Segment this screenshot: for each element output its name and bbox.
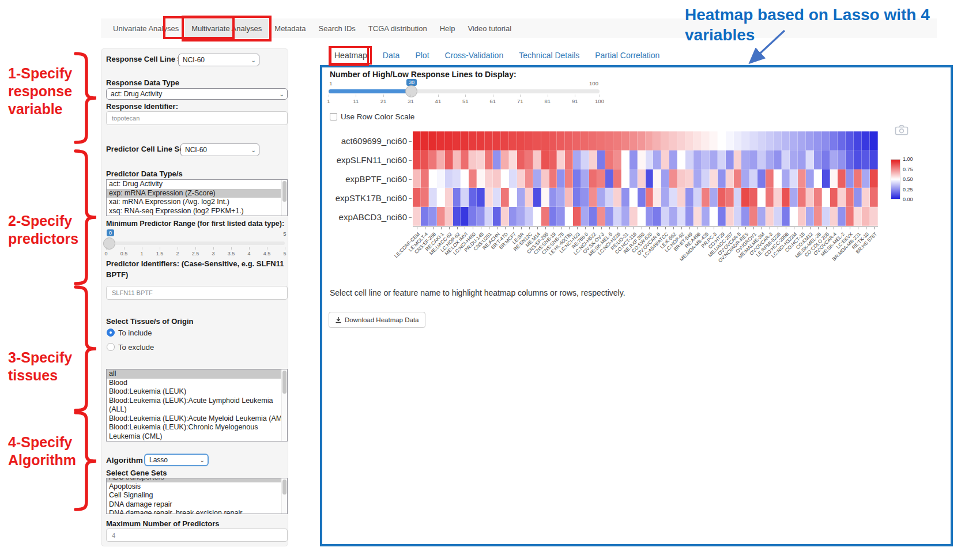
heatmap-cell[interactable] [597,150,605,169]
heatmap-cell[interactable] [461,188,469,207]
heatmap-cell[interactable] [493,150,501,169]
heatmap-cell[interactable] [605,169,613,188]
heatmap-cell[interactable] [734,188,742,207]
heatmap-cell[interactable] [605,131,613,150]
heatmap-cell[interactable] [854,207,862,226]
heatmap-cell[interactable] [862,131,870,150]
heatmap-cell[interactable] [461,150,469,169]
heatmap-cell[interactable] [581,188,589,207]
heatmap-cell[interactable] [870,207,878,226]
heatmap-cell[interactable] [685,188,693,207]
heatmap-cell[interactable] [774,169,782,188]
heatmap-cell[interactable] [702,169,710,188]
heatmap-cell[interactable] [718,131,726,150]
heatmap-cell[interactable] [677,150,685,169]
heatmap-cell[interactable] [669,169,677,188]
heatmap-cell[interactable] [581,131,589,150]
list-item[interactable]: Cell Signaling [107,491,281,500]
heatmap-cell[interactable] [453,169,461,188]
heatmap-cell[interactable] [565,207,573,226]
heatmap-cell[interactable] [653,150,661,169]
list-item[interactable]: Blood:Leukemia (LEUK):Chronic Myelogenou… [107,423,281,441]
scrollbar-thumb[interactable] [282,480,287,495]
heatmap-cell[interactable] [766,150,774,169]
heatmap-cell[interactable] [814,169,822,188]
heatmap-cell[interactable] [734,207,742,226]
heatmap-row-label[interactable]: expSTK17B_nci60 [332,193,407,203]
heatmap-cell[interactable] [573,169,581,188]
heatmap-cell[interactable] [421,188,429,207]
heatmap-cell[interactable] [838,169,846,188]
heatmap-cell[interactable] [677,207,685,226]
heatmap-cell[interactable] [549,207,557,226]
nav-item-search-ids[interactable]: Search IDs [312,19,362,38]
scrollbar[interactable] [281,180,287,216]
heatmap-cell[interactable] [469,150,477,169]
heatmap-cell[interactable] [581,169,589,188]
heatmap-cell[interactable] [870,131,878,150]
heatmap-row-label[interactable]: expABCD3_nci60 [332,212,407,222]
heatmap-cell[interactable] [429,169,437,188]
heatmap-cell[interactable] [734,169,742,188]
heatmap-cell[interactable] [461,169,469,188]
tab-heatmap[interactable]: Heatmap [334,51,367,60]
tissue-include-radio[interactable] [107,329,115,337]
heatmap-cell[interactable] [862,150,870,169]
heatmap-cell[interactable] [557,169,565,188]
heatmap-cell[interactable] [677,169,685,188]
tab-partial-correlation[interactable]: Partial Correlation [595,51,659,60]
heatmap-cell[interactable] [613,169,621,188]
scrollbar-thumb[interactable] [282,371,287,394]
heatmap-cell[interactable] [702,207,710,226]
heatmap-cell[interactable] [453,207,461,226]
heatmap-cell[interactable] [854,188,862,207]
heatmap-cell[interactable] [413,188,421,207]
row-color-scale-checkbox[interactable] [330,113,337,120]
heatmap-cell[interactable] [677,188,685,207]
predictor-data-types-listbox[interactable]: act: Drug Activityexp: mRNA Expression (… [106,179,288,216]
heatmap-cell[interactable] [621,150,630,169]
tab-cross-validation[interactable]: Cross-Validation [445,51,504,60]
heatmap-cell[interactable] [477,207,485,226]
heatmap-cell[interactable] [782,188,790,207]
heatmap-cell[interactable] [646,207,654,226]
heatmap-cell[interactable] [477,131,485,150]
heatmap-cell[interactable] [630,150,638,169]
heatmap-cell[interactable] [493,207,501,226]
heatmap-cell[interactable] [541,150,549,169]
heatmap-cell[interactable] [830,188,838,207]
heatmap-cell[interactable] [421,207,429,226]
heatmap-cell[interactable] [469,169,477,188]
list-item[interactable]: xai: mRNA Expression (Avg. log2 Int.) [107,198,281,207]
heatmap-cell[interactable] [517,131,525,150]
heatmap-cell[interactable] [469,188,477,207]
heatmap-cell[interactable] [749,131,757,150]
heatmap-cell[interactable] [509,131,517,150]
heatmap-cell[interactable] [421,150,429,169]
heatmap-cell[interactable] [573,207,581,226]
heatmap-cell[interactable] [589,131,597,150]
heatmap-cell[interactable] [814,150,822,169]
heatmap-cell[interactable] [573,188,581,207]
heatmap-cell[interactable] [589,169,597,188]
heatmap-cell[interactable] [421,131,429,150]
heatmap-cell[interactable] [493,188,501,207]
heatmap-cell[interactable] [757,188,766,207]
heatmap-cell[interactable] [509,188,517,207]
heatmap-cell[interactable] [621,169,630,188]
heatmap-cell[interactable] [822,131,830,150]
heatmap-cell[interactable] [461,131,469,150]
heatmap-cell[interactable] [693,188,702,207]
heatmap-cell[interactable] [790,150,798,169]
heatmap-cell[interactable] [661,169,669,188]
heatmap-cell[interactable] [533,131,541,150]
heatmap-cell[interactable] [798,150,806,169]
heatmap-cell[interactable] [814,188,822,207]
heatmap-cell[interactable] [862,207,870,226]
heatmap-cell[interactable] [557,150,565,169]
heatmap-cell[interactable] [774,150,782,169]
heatmap-cell[interactable] [493,169,501,188]
heatmap-cell[interactable] [766,169,774,188]
heatmap-cell[interactable] [621,207,630,226]
algorithm-select[interactable]: Lasso ⌄ [144,454,209,466]
